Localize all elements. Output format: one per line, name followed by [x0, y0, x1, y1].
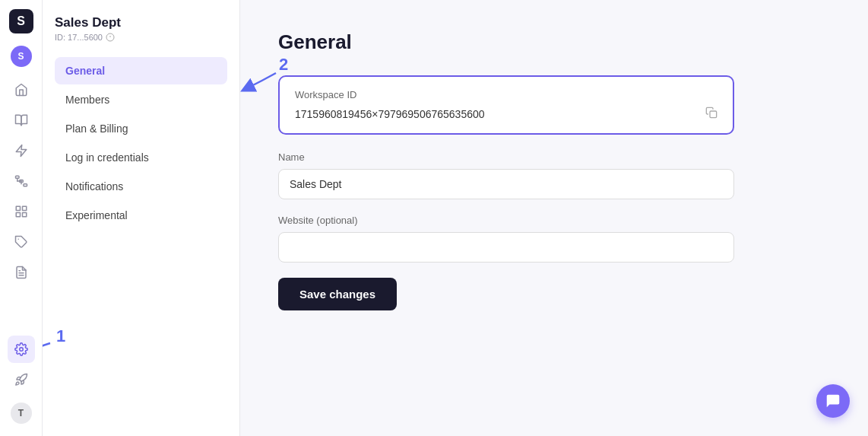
- svg-rect-9: [16, 213, 20, 217]
- rail-icon-user-t[interactable]: T: [8, 399, 35, 427]
- rail-icon-home[interactable]: [8, 76, 35, 103]
- workspace-id-label: Workspace ID: [295, 89, 718, 100]
- website-label: Website (optional): [278, 215, 734, 226]
- svg-rect-3: [24, 184, 27, 186]
- website-field-group: Website (optional): [278, 215, 734, 263]
- sidebar-nav: General Members Plan & Billing Log in cr…: [55, 57, 227, 229]
- workspace-name: Sales Dept: [55, 15, 227, 30]
- sidebar-item-experimental[interactable]: Experimental: [55, 202, 227, 229]
- page-title: General: [278, 30, 830, 54]
- rail-icon-book[interactable]: [8, 107, 35, 134]
- sidebar-item-plan-billing[interactable]: Plan & Billing: [55, 115, 227, 142]
- name-input[interactable]: [278, 169, 734, 199]
- icon-rail: S S T: [0, 0, 43, 436]
- rail-icon-rocket[interactable]: [8, 366, 35, 393]
- workspace-id-short: ID: 17...5600: [55, 33, 227, 42]
- workspace-id-box: Workspace ID 1715960819456×7979695067656…: [278, 75, 734, 135]
- app-logo[interactable]: S: [9, 9, 33, 33]
- svg-point-14: [19, 348, 23, 352]
- sidebar-item-notifications[interactable]: Notifications: [55, 173, 227, 200]
- svg-rect-10: [22, 213, 26, 217]
- svg-marker-0: [16, 145, 27, 157]
- svg-rect-7: [16, 206, 20, 210]
- sidebar-item-general[interactable]: General: [55, 57, 227, 84]
- main-content: General Workspace ID 1715960819456×79796…: [240, 0, 868, 436]
- copy-icon[interactable]: [705, 107, 718, 121]
- rail-icon-doc[interactable]: [8, 259, 35, 286]
- rail-icon-settings[interactable]: [8, 336, 35, 363]
- name-label: Name: [278, 151, 734, 163]
- save-button[interactable]: Save changes: [278, 278, 397, 310]
- sidebar-item-members[interactable]: Members: [55, 86, 227, 113]
- chat-bubble[interactable]: [816, 384, 850, 418]
- rail-icon-lightning[interactable]: [8, 137, 35, 164]
- workspace-avatar[interactable]: S: [11, 46, 32, 67]
- svg-rect-8: [22, 206, 26, 210]
- website-input[interactable]: [278, 232, 734, 263]
- rail-icon-grid[interactable]: [8, 198, 35, 225]
- workspace-id-value-row: 1715960819456×797969506765635600: [295, 107, 718, 121]
- sidebar-header: Sales Dept ID: 17...5600: [55, 15, 227, 42]
- workspace-id-value-text: 1715960819456×797969506765635600: [295, 108, 485, 120]
- sidebar-item-login-credentials[interactable]: Log in credentials: [55, 144, 227, 171]
- rail-icon-hierarchy[interactable]: [8, 167, 35, 195]
- svg-rect-18: [710, 111, 717, 118]
- rail-icon-puzzle[interactable]: [8, 228, 35, 256]
- name-field-group: Name: [278, 151, 734, 199]
- sidebar: Sales Dept ID: 17...5600 General Members…: [43, 0, 240, 436]
